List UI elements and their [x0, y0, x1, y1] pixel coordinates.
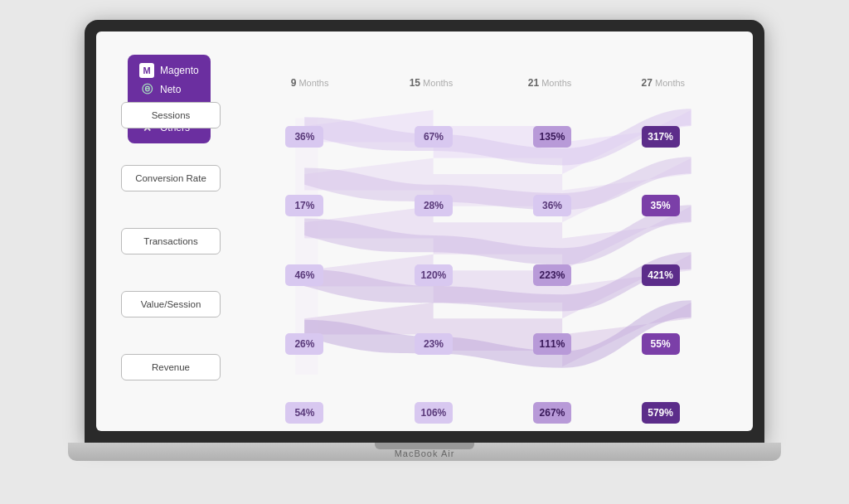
revenue-9m-badge: 54%	[285, 402, 323, 424]
screen-content: M Magento ⓔ Neto 🛍 Shopify ✕ Others	[96, 32, 753, 431]
laptop-base: MacBook Air	[68, 443, 781, 461]
laptop-brand-label: MacBook Air	[395, 448, 455, 458]
sessions-label: Sessions	[121, 102, 221, 128]
legend-item-magento: M Magento	[139, 63, 199, 78]
month-label-15: 15 Months	[410, 77, 454, 89]
laptop-container: M Magento ⓔ Neto 🛍 Shopify ✕ Others	[68, 20, 781, 484]
month-label-21: 21 Months	[528, 77, 572, 89]
conversion-rate-label: Conversion Rate	[121, 165, 221, 191]
convrate-21m-badge: 36%	[533, 195, 571, 216]
valsess-21m-badge: 111%	[533, 333, 571, 355]
chart-container: 9 Months 15 Months 21 Months 27	[229, 77, 745, 423]
revenue-15m-badge: 106%	[415, 402, 453, 424]
revenue-27m-badge: 579%	[642, 402, 680, 424]
metric-labels: Sessions Conversion Rate Transactions Va…	[121, 102, 221, 380]
laptop-screen: M Magento ⓔ Neto 🛍 Shopify ✕ Others	[96, 32, 753, 431]
month-label-9: 9 Months	[291, 77, 329, 89]
sessions-9m-badge: 36%	[285, 126, 323, 148]
neto-icon: ⓔ	[139, 82, 154, 97]
month-label-27: 27 Months	[642, 77, 686, 89]
sessions-15m-badge: 67%	[415, 126, 453, 148]
transactions-label: Transactions	[121, 228, 221, 254]
month-labels: 9 Months 15 Months 21 Months 27	[229, 77, 745, 102]
trans-9m-badge: 46%	[285, 264, 323, 286]
legend-label-neto: Neto	[160, 84, 181, 95]
convrate-15m-badge: 28%	[415, 195, 453, 216]
trans-27m-badge: 421%	[642, 264, 680, 286]
sessions-27m-badge: 317%	[642, 126, 680, 148]
laptop-notch	[375, 443, 474, 449]
revenue-21m-badge: 267%	[533, 402, 571, 424]
convrate-9m-badge: 17%	[285, 195, 323, 216]
laptop-screen-shell: M Magento ⓔ Neto 🛍 Shopify ✕ Others	[85, 20, 764, 443]
legend-item-neto: ⓔ Neto	[139, 82, 199, 97]
valsess-27m-badge: 55%	[642, 333, 680, 355]
magento-icon: M	[139, 63, 154, 78]
revenue-label: Revenue	[121, 354, 221, 380]
value-session-label: Value/Session	[121, 291, 221, 317]
valsess-9m-badge: 26%	[285, 333, 323, 355]
trans-21m-badge: 223%	[533, 264, 571, 286]
trans-15m-badge: 120%	[415, 264, 453, 286]
sessions-21m-badge: 135%	[533, 126, 571, 148]
valsess-15m-badge: 23%	[415, 333, 453, 355]
legend-label-magento: Magento	[160, 65, 199, 76]
convrate-27m-badge: 35%	[642, 195, 680, 216]
flow-ribbons	[229, 102, 745, 423]
